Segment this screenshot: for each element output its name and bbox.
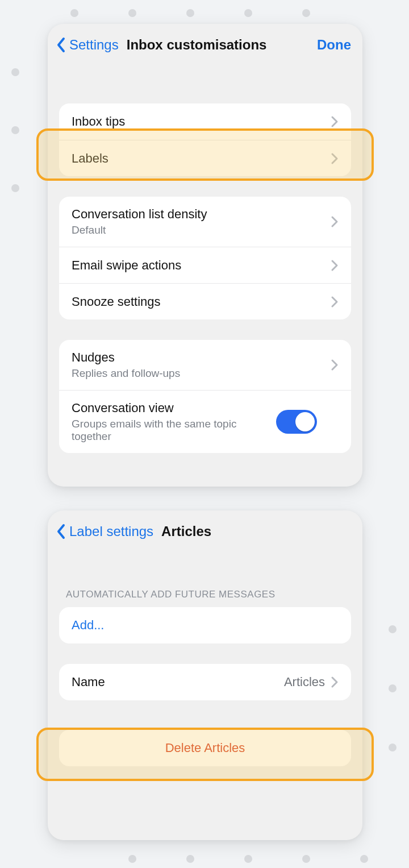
row-title: Labels	[72, 151, 331, 166]
row-inbox-tips[interactable]: Inbox tips	[59, 103, 351, 140]
chevron-right-icon	[331, 359, 339, 371]
row-name[interactable]: Name Articles	[59, 664, 351, 700]
chevron-right-icon	[331, 676, 339, 688]
row-subtitle: Groups emails with the same topic togeth…	[72, 418, 276, 443]
chevron-right-icon	[331, 115, 339, 128]
group-list-settings: Conversation list density Default Email …	[59, 197, 351, 319]
row-title: Name	[72, 675, 284, 690]
row-nudges[interactable]: Nudges Replies and follow-ups	[59, 340, 351, 390]
group-name: Name Articles	[59, 664, 351, 700]
chevron-right-icon	[331, 259, 339, 272]
row-title: Conversation view	[72, 401, 276, 416]
row-snooze-settings[interactable]: Snooze settings	[59, 283, 351, 319]
row-labels[interactable]: Labels	[59, 140, 351, 176]
conversation-view-toggle[interactable]	[276, 410, 317, 434]
row-density[interactable]: Conversation list density Default	[59, 197, 351, 247]
back-settings-link[interactable]: Settings	[69, 37, 119, 53]
back-label-settings-link[interactable]: Label settings	[69, 524, 153, 539]
chevron-right-icon	[331, 215, 339, 228]
row-add[interactable]: Add...	[59, 607, 351, 643]
add-label: Add...	[72, 618, 104, 633]
row-subtitle: Replies and follow-ups	[72, 367, 331, 380]
row-subtitle: Default	[72, 224, 331, 236]
done-button[interactable]: Done	[317, 37, 351, 53]
toggle-knob	[295, 412, 315, 431]
back-chevron-icon[interactable]	[56, 523, 67, 540]
row-title: Email swipe actions	[72, 258, 331, 273]
label-articles-panel: Label settings Articles AUTOMATICALLY AD…	[48, 510, 362, 840]
panel1-title: Inbox customisations	[127, 37, 267, 53]
row-title: Inbox tips	[72, 114, 331, 129]
panel2-header: Label settings Articles	[48, 510, 362, 551]
chevron-right-icon	[331, 152, 339, 165]
row-title: Snooze settings	[72, 294, 331, 309]
delete-label: Delete Articles	[165, 741, 245, 755]
row-conversation-view: Conversation view Groups emails with the…	[59, 390, 351, 453]
group-inbox-labels: Inbox tips Labels	[59, 103, 351, 176]
panel1-header: Settings Inbox customisations Done	[48, 24, 362, 65]
panel2-title: Articles	[161, 524, 211, 539]
back-chevron-icon[interactable]	[56, 36, 67, 53]
row-delete-articles[interactable]: Delete Articles	[59, 730, 351, 766]
chevron-right-icon	[331, 296, 339, 308]
row-swipe-actions[interactable]: Email swipe actions	[59, 247, 351, 283]
group-delete: Delete Articles	[59, 730, 351, 766]
row-title: Nudges	[72, 350, 331, 365]
name-value: Articles	[284, 675, 325, 690]
section-auto-add-label: AUTOMATICALLY ADD FUTURE MESSAGES	[66, 589, 345, 600]
group-add: Add...	[59, 607, 351, 643]
group-nudges-conversation: Nudges Replies and follow-ups Conversati…	[59, 340, 351, 453]
inbox-customisations-panel: Settings Inbox customisations Done Inbox…	[48, 24, 362, 487]
row-title: Conversation list density	[72, 207, 331, 222]
